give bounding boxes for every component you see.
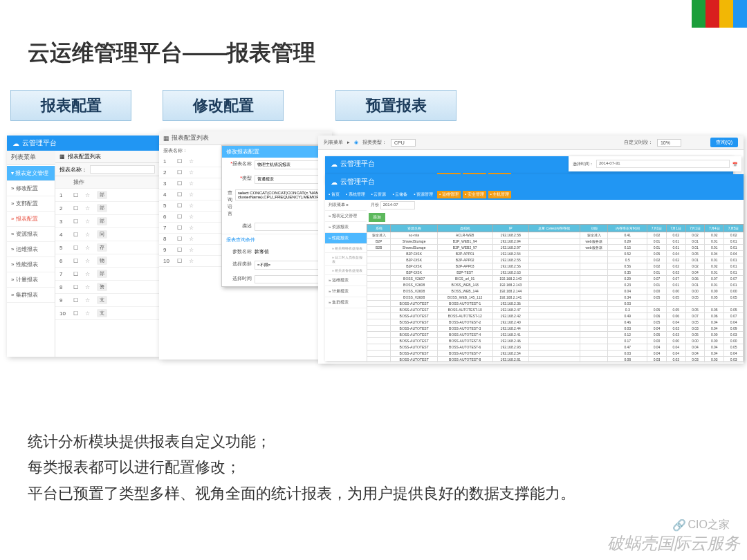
slide-title: 云运维管理平台——报表管理 [28,38,315,68]
query-conditions-section: 报表查询条件 [222,234,324,245]
sidebar-item[interactable]: » 运维报表 [7,242,55,257]
type-select[interactable]: CPU [391,139,416,147]
app-header: 云管理平台 [7,136,159,151]
tab-preset-report: 预置报表 [335,90,456,121]
filter-row: 报表名称： [55,163,159,176]
watermark-cio: 🔗CIO之家 [672,518,730,532]
tab-edit-config: 修改配置 [163,90,284,121]
sidebar-item[interactable]: » 修改配置 [7,181,55,196]
sidebar-item[interactable]: » 性能报表 [7,257,55,272]
col-operate: 操作 [73,178,84,186]
query-button[interactable]: 查询(Q) [710,138,738,147]
screenshot-edit-config: ▦ 报表配置列表 报表名称： 1☐☆2☐☆3☐☆4☐☆5☐☆6☐☆7☐☆8☐☆9… [159,131,332,360]
edit-modal: 修改报表配置 *报表名称物理主机情况报表*类型普通报表查询语言select CO… [221,145,325,287]
sidebar-item[interactable]: » 集群报表 [7,288,55,303]
sidebar-item[interactable]: » 报表配置 [7,212,55,227]
modal-title: 修改报表配置 [222,146,324,158]
tab-row: 报表配置 修改配置 预置报表 [10,90,456,121]
tab-report-config: 报表配置 [10,90,131,121]
filter-bar: 列表菜单▸ ◉报类类型： CPU 自定义时段： 10% 查询(Q) [318,136,744,150]
list-header: ▦ 报表配置列表 [55,151,159,163]
watermark-brand: 破蜗壳国际云服务 [607,532,740,554]
description: 统计分析模块提供报表自定义功能； 每类报表都可以进行配置修改； 平台已预置了类型… [28,429,719,506]
sidebar-item[interactable]: » 资源报表 [7,227,55,242]
list-header-2: ▦ 报表配置列表 [159,131,332,145]
range-select[interactable]: 10% [657,139,681,147]
screenshot-preset-report: 列表菜单▸ ◉报类类型： CPU 自定义时段： 10% 查询(Q) 云管理平台 … [318,136,744,364]
sidebar-item[interactable]: » 计量报表 [7,272,55,288]
screenshot-report-config: 云管理平台 列表菜单▸ ▾ 报表定义管理» 修改配置» 支部配置» 报表配置» … [7,136,159,357]
sidebar-item[interactable]: » 支部配置 [7,196,55,212]
add-button[interactable]: 添加 [369,213,385,222]
sidebar-item[interactable]: ▾ 报表定义管理 [7,166,55,181]
